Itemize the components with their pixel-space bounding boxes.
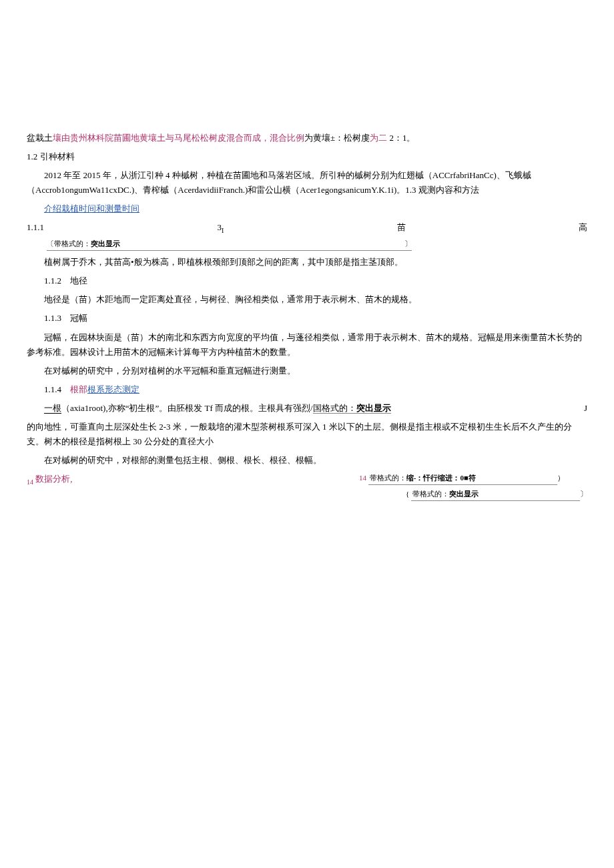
text: 3I	[217, 220, 224, 236]
heading-1-1-4: 1.1.4 根部根系形态测定	[27, 382, 587, 397]
footnote-num: 14	[359, 474, 368, 482]
heading-num: 1.1.4	[44, 384, 70, 394]
heading-num: 1.1.1	[27, 220, 44, 236]
heading-1-2: 1.2 引种材料	[27, 149, 587, 164]
text-red: 根部	[70, 384, 87, 394]
text: 高	[579, 220, 587, 236]
paragraph-axial-root: 一根（axia1root),亦称“初生根”。由胚根发 Tf 而成的根。主根具有强…	[27, 401, 587, 416]
document-page: 盆栽土壤由贵州林科院苗圃地黄壤土与马尾松松树皮混合而成，混合比例为黄壤±：松树虔…	[0, 0, 614, 528]
format-inline: 国格式的：突出显示	[313, 403, 391, 414]
paragraph-intro-species: 2012 年至 2015 年，从浙江引种 4 种槭树，种植在苗圃地和马落岩区域。…	[27, 168, 587, 197]
paragraph-ground-diameter: 地径是（苗）木距地而一定距离处直径，与树径、胸径相类似，通常用于表示树木、苗木的…	[27, 292, 587, 307]
text: 2：1。	[387, 133, 415, 143]
format-comment: 〔带格式的：突出显示 〕	[27, 236, 587, 251]
bracket-open: {	[406, 490, 411, 498]
paragraph-seedling-height: 植树属于乔木，其苗高•般为株高，即植株根颈部到顶部之间的距离，其中顶部是指主茎顶…	[27, 255, 587, 270]
heading-1-1-2: 1.1.2 地径	[27, 274, 587, 288]
row-data-analysis: 14 数据分析, 14 带格式的：缩-：忓行缩进：0■符） { 带格式的：突出显…	[27, 472, 587, 500]
format-label: 带格式的：	[370, 474, 406, 482]
text: 盆栽土	[27, 133, 53, 143]
paragraph-soil: 盆栽土壤由贵州林科院苗圃地黄壤土与马尾松松树皮混合而成，混合比例为黄壤±：松树虔…	[27, 131, 587, 145]
text-red: 壤由贵州林科院苗圃地黄壤土与马尾松松树皮混合而成，混合比例	[53, 133, 304, 143]
format-value: 突出显示	[449, 490, 479, 498]
bracket-close: 〕	[404, 240, 412, 248]
format-notes-right: 14 带格式的：缩-：忓行缩进：0■符） { 带格式的：突出显示〕	[359, 472, 587, 500]
row-1-1-1: 1.1.1 3I 苗 高	[27, 220, 587, 236]
format-label: 带格式的：	[54, 240, 91, 248]
paragraph-root-measure: 在对槭树的研究中，对根部的测量包括主根、侧根、根长、根径、根幅。	[27, 453, 587, 468]
text-underline: 一根	[44, 403, 61, 414]
format-label: 带格式的：	[412, 490, 449, 498]
text-j: J	[584, 401, 587, 416]
bracket-close: ）	[557, 474, 565, 482]
link-planting-time: 介绍栽植时间和测量时间	[27, 201, 587, 216]
bracket-open: 〔	[47, 240, 54, 248]
text: 苗	[397, 220, 406, 236]
text-red: 数据分析,	[33, 474, 73, 484]
text-red: 为二	[370, 133, 387, 143]
format-value: 缩-：忓行缩进：0	[406, 474, 464, 482]
paragraph-crown-width: 冠幅，在园林块面是（苗）木的南北和东西方向宽度的平均值，与蓬径相类似，通常用于表…	[27, 330, 587, 360]
text: （axia1root),亦称“初生根”。由胚根发 Tf 而成的根。主根具有强烈/	[61, 403, 313, 413]
paragraph-root-depth: 的向地性，可垂直向土层深处生长 2-3 米，一般栽培的灌木型茶树根系可深入 1 …	[27, 420, 587, 449]
bracket-close: 〕	[580, 490, 587, 498]
text: 为黄壤±：松树虔	[304, 133, 370, 143]
format-value: 突出显示	[91, 240, 120, 248]
link-text[interactable]: 介绍栽植时间和测量时间	[44, 203, 139, 213]
heading-1-1-3: 1.1.3 冠幅	[27, 311, 587, 326]
link-root-morphology[interactable]: 根系形态测定	[87, 384, 139, 394]
paragraph-crown-measure: 在对槭树的研究中，分别对植树的水平冠幅和垂直冠幅进行测量。	[27, 364, 587, 378]
footnote-num: 14	[27, 478, 33, 486]
